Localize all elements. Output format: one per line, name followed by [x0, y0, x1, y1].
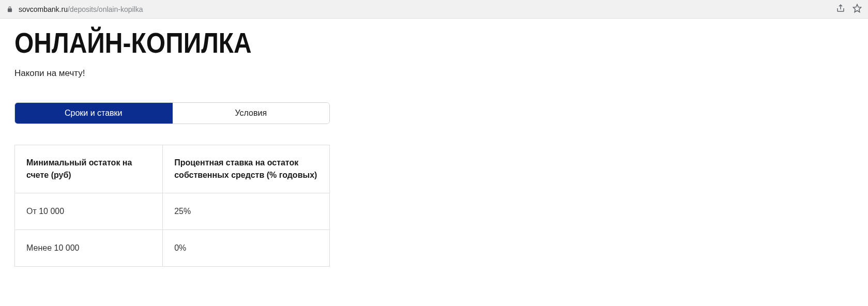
url-path: /deposits/onlain-kopilka [68, 5, 143, 13]
lock-icon [6, 6, 13, 13]
table-row: Менее 10 000 0% [15, 230, 330, 267]
share-icon[interactable] [836, 4, 845, 15]
tab-rates[interactable]: Сроки и ставки [15, 103, 173, 124]
tab-label: Сроки и ставки [65, 109, 123, 118]
svg-marker-0 [854, 4, 861, 12]
url-host: sovcombank.ru [19, 5, 68, 13]
cell-balance: От 10 000 [15, 193, 163, 230]
browser-actions [836, 4, 862, 15]
page-title: ОНЛАЙН-КОПИЛКА [14, 29, 854, 57]
col-header-rate: Процентная ставка на остаток собственных… [163, 145, 330, 193]
cell-balance: Менее 10 000 [15, 230, 163, 267]
rates-table: Минимальный остаток на счете (руб) Проце… [14, 145, 330, 267]
star-icon[interactable] [852, 4, 862, 15]
page-content: ОНЛАЙН-КОПИЛКА Накопи на мечту! Сроки и … [0, 19, 868, 287]
cell-rate: 25% [163, 193, 330, 230]
table-header-row: Минимальный остаток на счете (руб) Проце… [15, 145, 330, 193]
url-display[interactable]: sovcombank.ru/deposits/onlain-kopilka [19, 5, 831, 13]
tab-conditions[interactable]: Условия [173, 103, 330, 124]
tab-label: Условия [235, 109, 267, 118]
tab-group: Сроки и ставки Условия [14, 102, 330, 124]
table-row: От 10 000 25% [15, 193, 330, 230]
cell-rate: 0% [163, 230, 330, 267]
address-bar: sovcombank.ru/deposits/onlain-kopilka [0, 0, 868, 19]
col-header-balance: Минимальный остаток на счете (руб) [15, 145, 163, 193]
page-subtitle: Накопи на мечту! [14, 68, 854, 79]
